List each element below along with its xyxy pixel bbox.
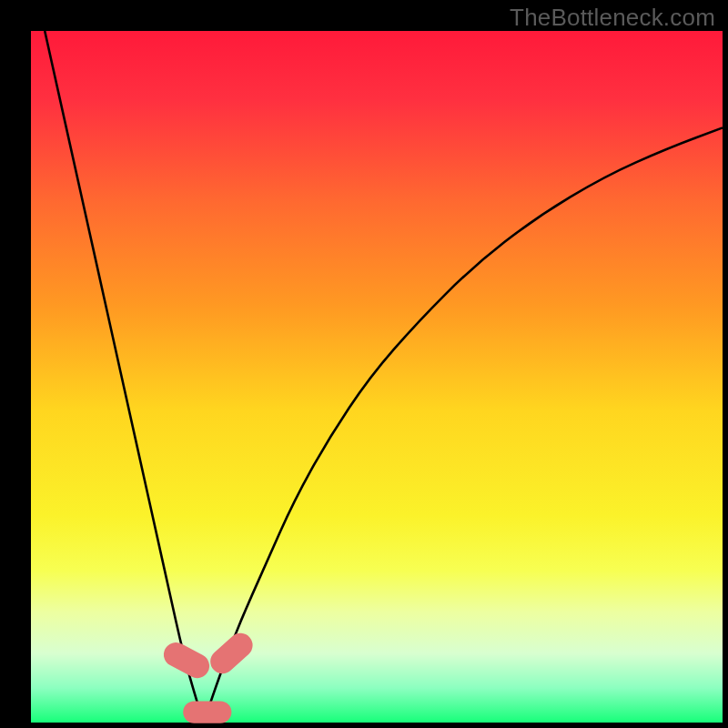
chart-frame: TheBottleneck.com xyxy=(0,0,728,728)
bottleneck-chart xyxy=(0,0,728,728)
bottom-marker xyxy=(183,701,231,723)
gradient-panel xyxy=(31,31,723,723)
watermark-text: TheBottleneck.com xyxy=(510,4,715,32)
